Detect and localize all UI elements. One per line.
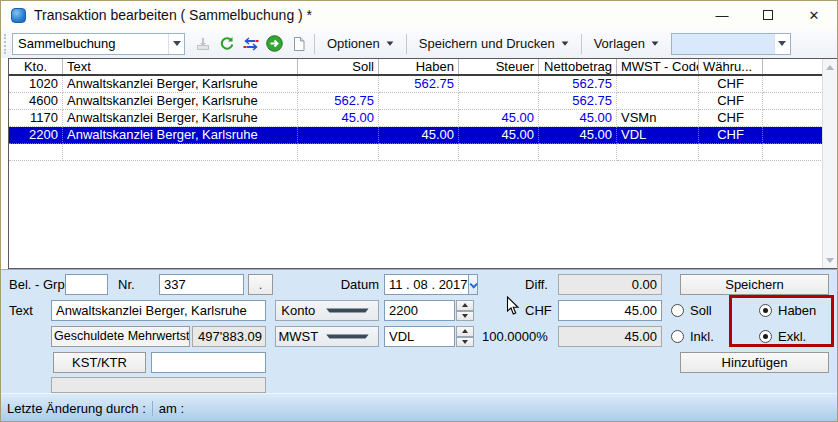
refresh-icon[interactable] <box>215 32 238 55</box>
cell-empty <box>763 110 823 127</box>
exkl-radio[interactable] <box>759 330 772 343</box>
column-header-text[interactable]: Text <box>63 59 298 74</box>
mouse-cursor <box>506 296 520 316</box>
am-label: am : <box>159 401 184 416</box>
scroll-down-icon[interactable] <box>823 252 837 268</box>
cell-nettobetrag: 562.75 <box>539 76 617 93</box>
text-input[interactable] <box>51 300 266 321</box>
datum-field[interactable]: 11 . 08 . 2017 <box>384 274 478 295</box>
scroll-up-icon[interactable] <box>823 59 837 75</box>
datum-label: Datum <box>337 274 379 295</box>
cell-empty <box>763 76 823 93</box>
soll-radio-label[interactable]: Soll <box>690 300 712 321</box>
kst-ktr-button[interactable]: KST/KTR <box>53 352 146 373</box>
booking-type-value: Sammelbuchung <box>13 36 168 51</box>
cell-steuer: 45.00 <box>459 110 539 127</box>
speichern-und-drucken-button[interactable]: Speichern und Drucken <box>411 32 577 55</box>
new-document-icon[interactable] <box>287 32 310 55</box>
close-button[interactable]: ✕ <box>791 1 837 29</box>
amount-input[interactable] <box>558 300 662 321</box>
mwst-spinner[interactable] <box>456 326 474 347</box>
toolbar-separator <box>314 34 315 54</box>
cell-steuer <box>459 93 539 110</box>
column-header-nettobetrag[interactable]: Nettobetrag <box>539 59 617 74</box>
table-row[interactable]: 1170 Anwaltskanzlei Berger, Karlsruhe 45… <box>9 110 837 127</box>
tax-amount-field <box>558 326 662 347</box>
template-combobox[interactable] <box>671 33 791 55</box>
inkl-radio[interactable] <box>671 330 684 343</box>
spin-up-icon[interactable] <box>456 300 474 311</box>
bel-grp-input[interactable] <box>65 274 108 295</box>
speichern-button[interactable]: Speichern <box>680 274 829 295</box>
table-scrollbar[interactable] <box>822 59 837 268</box>
konto-dropdown[interactable]: Konto <box>275 300 379 321</box>
spin-up-icon[interactable] <box>456 326 474 337</box>
hinzufuegen-button[interactable]: Hinzufügen <box>680 352 829 373</box>
cell-haben: 45.00 <box>379 127 459 144</box>
optionen-button[interactable]: Optionen <box>319 32 402 55</box>
maximize-icon <box>763 10 773 20</box>
haben-radio-label[interactable]: Haben <box>778 300 816 321</box>
dropdown-arrow-icon <box>561 41 568 45</box>
cell-nettobetrag: 45.00 <box>539 110 617 127</box>
cell-text: Anwaltskanzlei Berger, Karlsruhe <box>63 76 298 93</box>
combobox-arrow-icon[interactable] <box>774 34 790 54</box>
column-header-kto[interactable]: Kto. <box>9 59 63 74</box>
table-header-row: Kto. Text Soll Haben Steuer Nettobetrag … <box>9 59 837 76</box>
column-header-mwst-code[interactable]: MWST - Code <box>617 59 699 74</box>
table-row[interactable]: 4600 Anwaltskanzlei Berger, Karlsruhe 56… <box>9 93 837 110</box>
vorlagen-button[interactable]: Vorlagen <box>586 32 667 55</box>
cell-kto: 4600 <box>9 93 63 110</box>
soll-radio[interactable] <box>671 304 684 317</box>
mwst-code-input[interactable] <box>384 326 455 347</box>
spin-down-icon[interactable] <box>456 337 474 348</box>
text-label: Text <box>9 300 33 321</box>
adjust-columns-icon[interactable] <box>239 32 262 55</box>
chf-label: CHF <box>525 300 552 321</box>
dropdown-arrow-icon <box>386 41 393 45</box>
vat-owed-field <box>192 326 266 347</box>
booking-type-combobox[interactable]: Sammelbuchung <box>12 33 185 55</box>
datum-value: 11 . 08 . 2017 <box>385 277 468 292</box>
cell-mwst-code <box>617 76 699 93</box>
column-header-empty <box>763 59 823 74</box>
konto-spinner[interactable] <box>456 300 474 321</box>
last-change-label: Letzte Änderung durch : <box>1 401 146 416</box>
column-header-steuer[interactable]: Steuer <box>459 59 539 74</box>
konto-input[interactable] <box>384 300 455 321</box>
minimize-button[interactable]: — <box>699 1 745 29</box>
mwst-dropdown-label: MWST <box>276 329 321 344</box>
haben-radio[interactable] <box>759 304 772 317</box>
table-row-empty[interactable] <box>9 144 837 161</box>
exkl-radio-label[interactable]: Exkl. <box>778 326 806 347</box>
cell-soll: 562.75 <box>298 93 379 110</box>
nr-input[interactable] <box>159 274 244 295</box>
cell-soll <box>298 76 379 93</box>
table-row-selected[interactable]: 2200 Anwaltskanzlei Berger, Karlsruhe 45… <box>9 127 837 144</box>
cell-text: Anwaltskanzlei Berger, Karlsruhe <box>63 127 298 144</box>
kst-ktr-input[interactable] <box>151 352 266 373</box>
table-row[interactable]: 1020 Anwaltskanzlei Berger, Karlsruhe 56… <box>9 76 837 93</box>
go-icon[interactable] <box>263 32 286 55</box>
column-header-waehrung[interactable]: Währu... <box>699 59 763 74</box>
vat-owed-label: Geschuldete Mehrwertsteue <box>51 326 190 347</box>
calendar-dropdown-icon[interactable] <box>468 275 477 294</box>
mwst-dropdown[interactable]: MWST <box>275 326 379 347</box>
import-icon[interactable] <box>191 32 214 55</box>
cell-nettobetrag: 562.75 <box>539 93 617 110</box>
column-header-haben[interactable]: Haben <box>379 59 459 74</box>
combobox-arrow-icon[interactable] <box>168 34 184 54</box>
toolbar: Sammelbuchung Optionen Speichern und Dru… <box>1 29 837 58</box>
toolbar-grip-handle[interactable] <box>4 34 7 54</box>
cell-waehrung: CHF <box>699 93 763 110</box>
status-bar: Letzte Änderung durch : am : <box>1 393 837 422</box>
nr-browse-button[interactable]: . <box>248 274 273 295</box>
cell-empty <box>763 93 823 110</box>
maximize-button[interactable] <box>745 1 791 29</box>
toolbar-separator <box>406 34 407 54</box>
column-header-soll[interactable]: Soll <box>298 59 379 74</box>
inkl-radio-label[interactable]: Inkl. <box>690 326 714 347</box>
spin-down-icon[interactable] <box>456 311 474 322</box>
cell-mwst-code <box>617 93 699 110</box>
cell-haben: 562.75 <box>379 76 459 93</box>
